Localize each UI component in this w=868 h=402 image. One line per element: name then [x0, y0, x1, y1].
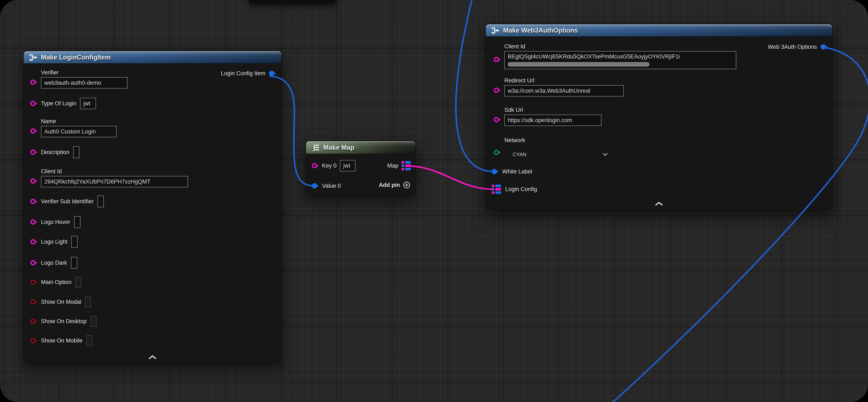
string-pin-client-id[interactable] — [30, 177, 37, 184]
output-row-login-config-item: Login Config Item — [221, 70, 276, 77]
key0-input[interactable]: jwt — [340, 160, 355, 171]
pin-row-show-on-modal: Show On Modal — [30, 296, 91, 308]
pin-label: Main Option — [41, 279, 72, 285]
node-make-web3authoptions[interactable]: Make Web3AuthOptions Web 3Auth Options C… — [486, 24, 832, 210]
string-pin-logo-dark[interactable] — [30, 259, 37, 266]
logo-light-input[interactable] — [71, 236, 78, 248]
string-pin-verifier[interactable] — [30, 79, 37, 86]
object-pin-white-label[interactable] — [491, 168, 498, 175]
pin-label: Logo Hover — [41, 219, 70, 225]
map-output-pin[interactable] — [401, 160, 411, 171]
node-make-map[interactable]: Make Map Key 0 jwt Map Value 0 Add pin — [306, 141, 415, 196]
main-option-checkbox[interactable] — [75, 277, 81, 288]
redirect-url-input[interactable]: w3a://com.w3a.Web3AuthUnreal — [504, 85, 624, 96]
pin-row-redirect-url: Redirect Url w3a://com.w3a.Web3AuthUnrea… — [493, 77, 624, 96]
verifier-sub-identifier-input[interactable] — [97, 196, 104, 207]
description-input[interactable] — [73, 146, 80, 158]
add-pin-button[interactable]: Add pin — [379, 181, 410, 189]
collapse-chevron-icon[interactable] — [148, 354, 157, 360]
pin-row-value0: Value 0 — [312, 180, 341, 192]
pin-label: Value 0 — [322, 183, 341, 189]
pin-label: Name — [41, 118, 117, 124]
string-pin-logo-hover[interactable] — [30, 219, 37, 226]
type-of-login-input[interactable]: jwt — [80, 98, 96, 109]
pin-label: Show On Modal — [41, 299, 81, 305]
pin-row-logo-light: Logo Light — [30, 236, 78, 248]
node-title: Make LoginConfigItem — [41, 54, 111, 61]
string-pin-logo-light[interactable] — [30, 238, 37, 246]
client-id-input[interactable]: 294QRkchfq2YaXUbPri7D6PH7xzHgQMT — [41, 176, 188, 187]
bool-pin-show-on-modal[interactable] — [30, 298, 37, 306]
output-pin-label: Web 3Auth Options — [768, 44, 817, 50]
pin-label: Logo Dark — [41, 260, 67, 266]
client-id-scrollbar[interactable] — [508, 62, 650, 67]
pin-row-client-id: Client Id 294QRkchfq2YaXUbPri7D6PH7xzHgQ… — [30, 168, 188, 187]
verifier-input[interactable]: web3auth-auth0-demo — [41, 77, 127, 88]
pin-row-type-of-login: Type Of Login jwt — [30, 97, 96, 109]
wire-map-to-loginconfig[interactable] — [411, 166, 493, 189]
pin-row-key0: Key 0 jwt — [312, 160, 355, 172]
pin-label: Login Config — [505, 186, 537, 192]
bool-pin-show-on-desktop[interactable] — [30, 318, 37, 325]
pin-label: Show On Desktop — [41, 318, 87, 324]
sdk-url-input[interactable]: https://sdk.openlogin.com — [504, 115, 601, 126]
output-pin-label: Login Config Item — [221, 70, 265, 77]
bool-pin-main-option[interactable] — [30, 279, 37, 286]
string-pin-redirect-url[interactable] — [493, 87, 501, 94]
network-selected-value: CYAN — [513, 151, 526, 157]
client-id-text: BEglQSgt4cUWcj6SKRdu5QkOXTsePmMcusG5EAoy… — [508, 53, 733, 60]
blueprint-graph-canvas[interactable]: Make LoginConfigItem Login Config Item V… — [0, 0, 868, 402]
string-pin-name[interactable] — [30, 127, 37, 135]
map-pin-login-config[interactable] — [491, 184, 501, 195]
pin-row-show-on-desktop: Show On Desktop — [30, 315, 96, 327]
pin-row-client-id: Client Id BEglQSgt4cUWcj6SKRdu5QkOXTsePm… — [493, 43, 736, 69]
node-header-make-map[interactable]: Make Map — [306, 141, 415, 154]
output-pin-login-config-item[interactable] — [269, 70, 276, 77]
add-pin-icon — [403, 181, 410, 189]
client-id-input[interactable]: BEglQSgt4cUWcj6SKRdu5QkOXTsePmMcusG5EAoy… — [504, 51, 736, 69]
string-pin-key0[interactable] — [312, 162, 319, 169]
pin-row-verifier-sub-identifier: Verifier Sub Identifier — [30, 196, 104, 207]
name-input[interactable]: Auth0 Custom Login — [41, 126, 117, 137]
pin-row-logo-dark: Logo Dark — [30, 257, 77, 269]
string-pin-description[interactable] — [30, 149, 37, 156]
pin-label: Verifier Sub Identifier — [41, 198, 94, 205]
output-pin-web3auth-options[interactable] — [820, 43, 828, 51]
string-pin-verifier-sub-identifier[interactable] — [30, 198, 37, 205]
node-make-loginconfigitem[interactable]: Make LoginConfigItem Login Config Item V… — [24, 51, 281, 363]
node-header-make-web3authoptions[interactable]: Make Web3AuthOptions — [486, 24, 832, 36]
node-header-make-loginconfigitem[interactable]: Make LoginConfigItem — [24, 51, 281, 63]
add-pin-label: Add pin — [379, 182, 400, 189]
node-title: Make Map — [323, 144, 354, 151]
make-map-icon — [312, 144, 319, 151]
pin-label: Show On Mobile — [41, 338, 83, 344]
object-pin-value0[interactable] — [312, 182, 319, 190]
logo-dark-input[interactable] — [71, 257, 77, 269]
output-row-web3auth-options: Web 3Auth Options — [768, 43, 828, 51]
pin-label: Network — [504, 137, 615, 143]
pin-label: Client Id — [504, 43, 736, 50]
show-on-mobile-checkbox[interactable] — [86, 335, 92, 346]
string-pin-type-of-login[interactable] — [30, 100, 37, 107]
show-on-modal-checkbox[interactable] — [85, 296, 91, 307]
pin-label: Verifier — [41, 69, 127, 76]
pin-label: Map — [387, 163, 398, 169]
logo-hover-input[interactable] — [74, 216, 81, 228]
pin-row-login-config: Login Config — [491, 183, 537, 195]
collapse-chevron-icon[interactable] — [655, 201, 663, 206]
network-dropdown[interactable]: CYAN — [504, 145, 615, 164]
pin-label: Redirect Url — [504, 77, 624, 84]
pin-row-white-label: White Label — [491, 166, 532, 177]
bool-pin-show-on-mobile[interactable] — [30, 337, 37, 344]
string-pin-sdk-url[interactable] — [493, 116, 501, 123]
pin-row-show-on-mobile: Show On Mobile — [30, 335, 92, 346]
string-pin-client-id[interactable] — [493, 56, 501, 63]
enum-pin-network[interactable] — [493, 149, 501, 156]
make-struct-icon — [29, 53, 37, 61]
pin-label: Type Of Login — [41, 100, 76, 107]
node-title: Make Web3AuthOptions — [503, 27, 578, 34]
pin-row-logo-hover: Logo Hover — [30, 216, 81, 228]
pin-label: Key 0 — [322, 163, 337, 169]
show-on-desktop-checkbox[interactable] — [91, 316, 96, 327]
pin-row-sdk-url: Sdk Url https://sdk.openlogin.com — [493, 107, 601, 126]
